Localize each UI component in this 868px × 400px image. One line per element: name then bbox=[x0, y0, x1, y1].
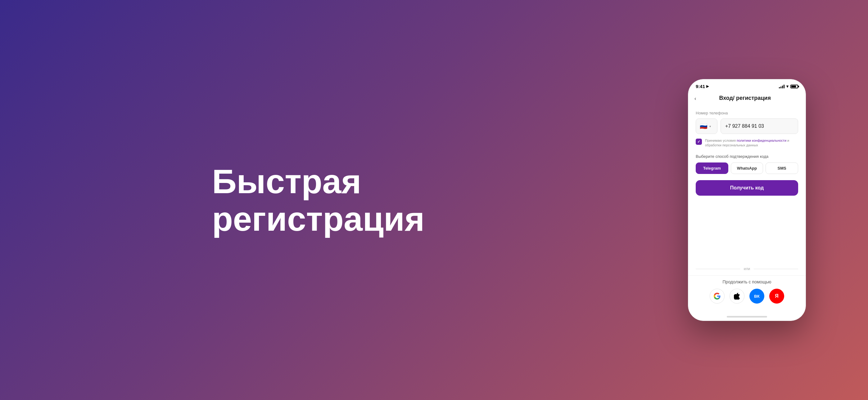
social-buttons-row: ВК Я bbox=[696, 289, 798, 304]
content-area: Номер телефона 🇷🇺 ▾ ✓ Принимаю условия п… bbox=[688, 106, 806, 267]
signal-icon bbox=[779, 85, 784, 88]
home-indicator bbox=[727, 316, 767, 318]
country-selector[interactable]: 🇷🇺 ▾ bbox=[696, 119, 717, 134]
method-whatsapp-button[interactable]: WhatsApp bbox=[731, 163, 764, 174]
vk-login-button[interactable]: ВК bbox=[749, 289, 764, 304]
status-bar-icons: ▾ bbox=[779, 84, 798, 89]
apple-login-button[interactable] bbox=[730, 289, 744, 304]
divider-row: или bbox=[696, 267, 798, 271]
privacy-link[interactable]: политики конфиденциальности bbox=[737, 139, 786, 142]
divider-line-right bbox=[754, 269, 798, 269]
page-title: Вход/ регистрация bbox=[700, 95, 790, 101]
phone-field-label: Номер телефона bbox=[696, 111, 798, 115]
method-telegram-button[interactable]: Telegram bbox=[696, 163, 728, 174]
check-icon: ✓ bbox=[697, 139, 700, 144]
divider-line-left bbox=[696, 269, 740, 269]
status-bar: 9:41 ▶ ▾ bbox=[688, 79, 806, 92]
get-code-button[interactable]: Получить код bbox=[696, 180, 798, 196]
battery-icon bbox=[790, 85, 798, 88]
method-buttons: Telegram WhatsApp SMS bbox=[696, 163, 798, 174]
privacy-checkbox[interactable]: ✓ bbox=[696, 139, 702, 145]
nav-bar: ‹ Вход/ регистрация bbox=[688, 92, 806, 106]
yandex-login-button[interactable]: Я bbox=[769, 289, 784, 304]
location-icon: ▶ bbox=[706, 84, 709, 88]
divider-text: или bbox=[744, 267, 750, 271]
chevron-down-icon: ▾ bbox=[709, 125, 711, 128]
privacy-text: Принимаю условия политики конфиденциальн… bbox=[705, 138, 798, 148]
method-section-label: Выберите способ подтверждения кода bbox=[696, 154, 798, 159]
social-section: Продолжить с помощью ВК Я bbox=[688, 275, 806, 313]
divider-section: или bbox=[688, 267, 806, 275]
privacy-row: ✓ Принимаю условия политики конфиденциал… bbox=[696, 138, 798, 148]
back-arrow-icon: ‹ bbox=[694, 96, 696, 101]
country-flag: 🇷🇺 bbox=[700, 123, 708, 130]
wifi-icon: ▾ bbox=[786, 84, 788, 89]
status-bar-time: 9:41 ▶ bbox=[696, 84, 709, 89]
phone-mockup: 9:41 ▶ ▾ ‹ Вход/ регистрация bbox=[688, 79, 806, 321]
hero-title: Быстрая регистрация bbox=[212, 163, 491, 237]
google-login-button[interactable] bbox=[710, 289, 724, 304]
phone-number-input[interactable] bbox=[720, 119, 798, 134]
method-sms-button[interactable]: SMS bbox=[766, 163, 798, 174]
continue-label: Продолжить с помощью bbox=[696, 279, 798, 284]
back-button[interactable]: ‹ bbox=[694, 94, 696, 102]
phone-input-row: 🇷🇺 ▾ bbox=[696, 119, 798, 134]
privacy-prefix: Принимаю условия bbox=[705, 139, 737, 142]
time-display: 9:41 bbox=[696, 84, 705, 89]
